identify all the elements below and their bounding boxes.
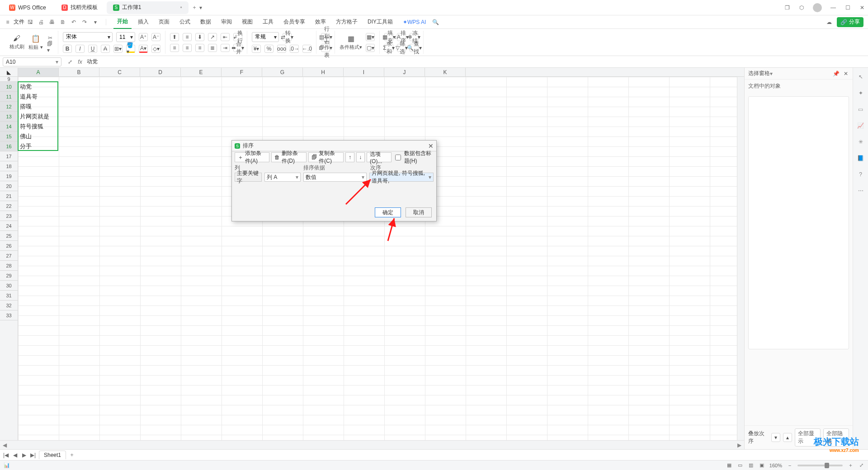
move-down-button[interactable]: ▾ [771, 433, 780, 442]
column-header[interactable]: D [140, 68, 181, 76]
search-icon[interactable]: 🔍 [432, 19, 439, 25]
align-middle-icon[interactable]: ≡ [183, 33, 192, 41]
zoom-in-icon[interactable]: ＋ [847, 462, 854, 469]
undo-icon[interactable]: ↶ [71, 19, 77, 25]
dec-inc-icon[interactable]: .0→ [290, 45, 299, 53]
column-header[interactable]: I [344, 68, 384, 76]
sort-basis-combo[interactable]: 数值▾ [303, 173, 367, 182]
add-sheet-icon[interactable]: ＋ [69, 452, 75, 458]
maximize-icon[interactable]: ☐ [844, 5, 851, 11]
cell[interactable]: 动党 [18, 82, 59, 92]
cell[interactable]: 片网页就是 [18, 112, 59, 122]
file-menu[interactable]: 文件 [14, 18, 24, 26]
row-header[interactable]: 29 [0, 271, 18, 281]
tab-tools[interactable]: 工具 [259, 15, 277, 29]
sort-column-combo[interactable]: 列 A▾ [264, 173, 301, 182]
percent-icon[interactable]: % [264, 45, 274, 53]
avatar[interactable] [813, 3, 822, 12]
copy-condition-button[interactable]: 🗐复制条件(C) [308, 152, 344, 162]
sum-button[interactable]: Σ 求和▾ [384, 44, 393, 52]
pin-icon[interactable]: 📌 [833, 70, 839, 77]
column-header[interactable]: B [59, 68, 99, 76]
currency-icon[interactable]: ¥▾ [252, 45, 261, 53]
multiwindow-icon[interactable]: ❐ [784, 5, 790, 11]
tab-insert[interactable]: 插入 [134, 15, 152, 29]
row-header[interactable]: 12 [0, 102, 18, 112]
row-header[interactable]: 24 [0, 221, 18, 231]
save-icon[interactable]: 🖫 [27, 19, 33, 25]
vertical-scrollbar[interactable] [737, 77, 744, 440]
move-up-button[interactable]: ▴ [783, 433, 792, 442]
sheet-last-icon[interactable]: ▶| [30, 452, 36, 458]
convert-button[interactable]: ⇄ 转换▾ [283, 33, 292, 41]
merge-button[interactable]: ⬌ 合并▾ [233, 44, 242, 52]
font-shrink-icon[interactable]: A⁻ [151, 33, 160, 41]
row-header[interactable]: 13 [0, 112, 18, 122]
add-condition-button[interactable]: ＋添加条件(A) [235, 152, 269, 162]
cell-style-icon[interactable]: ▢▾ [366, 44, 375, 52]
book-icon[interactable]: 📘 [856, 154, 865, 163]
name-box[interactable]: A10 ▾ [3, 57, 61, 66]
expand-fx-icon[interactable]: ⤢ [67, 59, 73, 65]
tool-icon[interactable]: ✳ [856, 137, 865, 146]
row-header[interactable]: 27 [0, 251, 18, 261]
align-justify-icon[interactable]: ≣ [208, 44, 217, 52]
column-header[interactable]: A [18, 68, 59, 76]
sheet-tab[interactable]: Sheet1 [39, 451, 66, 459]
help-icon[interactable]: ? [856, 170, 865, 179]
tab-home[interactable]: 开始 [113, 15, 132, 29]
font-color-button[interactable]: A▾ [139, 45, 148, 53]
object-list[interactable] [748, 96, 849, 349]
tab-view[interactable]: 视图 [238, 15, 256, 29]
cell[interactable]: 搭嘎 [18, 102, 59, 112]
column-header[interactable]: G [262, 68, 303, 76]
sheet-first-icon[interactable]: |◀ [3, 452, 9, 458]
row-header[interactable]: 28 [0, 261, 18, 271]
close-icon[interactable]: ✕ [859, 5, 865, 11]
align-left-icon[interactable]: ≡ [170, 44, 179, 52]
find-button[interactable]: 🔍 查找▾ [410, 44, 419, 52]
titlebar-tab-wps[interactable]: W WPS Office [3, 1, 52, 14]
indent-dec-icon[interactable]: ⇤ [221, 33, 230, 41]
redo-icon[interactable]: ↷ [81, 19, 88, 25]
titlebar-tab-workbook[interactable]: S 工作簿1 • [107, 1, 189, 14]
row-header[interactable]: 23 [0, 211, 18, 221]
view-page-icon[interactable]: ▭ [737, 462, 743, 469]
cut-icon[interactable]: ✂ [47, 35, 53, 41]
more-icon[interactable]: ⋯ [856, 186, 865, 195]
tab-menu-icon[interactable]: ▾ [198, 5, 204, 11]
dec-dec-icon[interactable]: ←.0 [302, 45, 311, 53]
fx-icon[interactable]: fx [77, 59, 83, 65]
row-header[interactable]: 15 [0, 132, 18, 141]
column-header[interactable]: K [425, 68, 466, 76]
chart-icon[interactable]: 📈 [856, 121, 865, 130]
font-name-combo[interactable]: ▾ [63, 32, 113, 42]
align-center-icon[interactable]: ≡ [183, 44, 192, 52]
sort-order-combo[interactable]: 片网页就是, 符号搜狐, 道具哥,▾ [369, 173, 434, 182]
indent-inc-icon[interactable]: ⇥ [221, 44, 230, 52]
sort-options-button[interactable]: 选项(O)... [367, 152, 392, 162]
sheet-next-icon[interactable]: ▶ [21, 452, 27, 458]
row-header[interactable]: 31 [0, 291, 18, 301]
tab-data[interactable]: 数据 [197, 15, 215, 29]
cell[interactable]: 符号搜狐 [18, 122, 59, 132]
select-all-corner[interactable]: ◣ [0, 68, 18, 76]
align-bottom-icon[interactable]: ⬇ [195, 33, 204, 41]
row-header[interactable]: 14 [0, 122, 18, 132]
cell[interactable]: 佛山 [18, 132, 59, 141]
row-header[interactable]: 9 [0, 77, 18, 82]
row-header[interactable]: 18 [0, 161, 18, 171]
new-tab-icon[interactable]: ＋ [191, 5, 198, 11]
bold-button[interactable]: B [63, 45, 72, 53]
tab-formula[interactable]: 公式 [176, 15, 194, 29]
cell[interactable]: 分手 [18, 141, 59, 151]
print-icon[interactable]: 🖶 [49, 19, 55, 25]
row-header[interactable]: 33 [0, 310, 18, 320]
underline-button[interactable]: U [88, 45, 97, 53]
row-header[interactable]: 25 [0, 231, 18, 241]
column-header[interactable]: E [181, 68, 222, 76]
fullscreen-icon[interactable]: ⤢ [858, 462, 864, 469]
cell[interactable]: 道具哥 [18, 92, 59, 102]
row-header[interactable]: 19 [0, 171, 18, 181]
copy-icon[interactable]: 🗐 ▾ [47, 44, 53, 50]
